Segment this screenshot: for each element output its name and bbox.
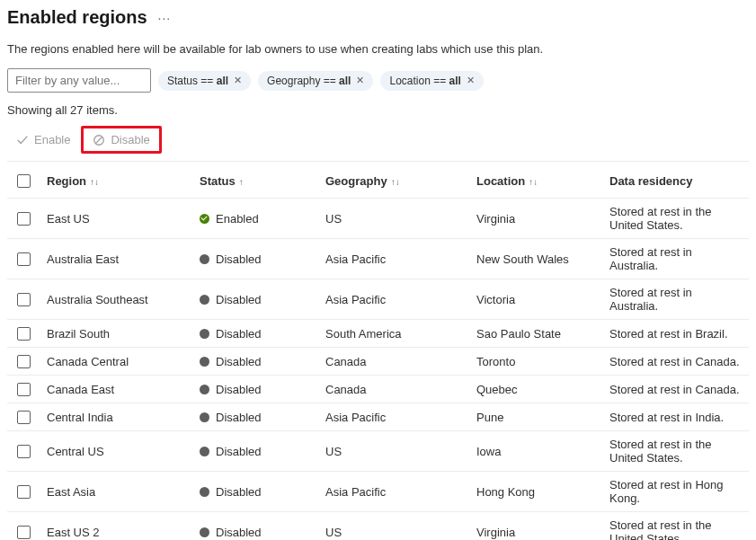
header-location[interactable]: Location↑↓ (469, 162, 602, 199)
pill-label: Status == all (167, 75, 228, 87)
sort-icon: ↑↓ (529, 177, 538, 187)
sort-up-icon: ↑ (239, 177, 244, 187)
cell-location: Sao Paulo State (469, 320, 602, 348)
disabled-icon (200, 527, 209, 537)
cell-region: Australia Southeast (40, 279, 192, 320)
filter-row: Status == all✕Geography == all✕Location … (7, 68, 749, 93)
row-checkbox[interactable] (17, 526, 31, 539)
cell-geography: US (318, 431, 469, 472)
enable-label: Enable (34, 133, 70, 146)
cell-region: East US (40, 199, 192, 239)
table-row: East US Enabled US Virginia Stored at re… (7, 199, 749, 239)
cell-geography: US (318, 512, 469, 540)
table-row: Central US Disabled US Iowa Stored at re… (7, 431, 749, 472)
disabled-icon (200, 329, 209, 339)
header-residency[interactable]: Data residency (602, 162, 749, 199)
table-row: Brazil South Disabled South America Sao … (7, 320, 749, 348)
close-icon[interactable]: ✕ (356, 75, 364, 86)
cell-status: Disabled (192, 431, 318, 472)
more-icon[interactable]: ··· (158, 11, 172, 25)
row-checkbox[interactable] (17, 383, 31, 396)
cell-location: Hong Kong (469, 472, 602, 512)
header-geography[interactable]: Geography↑↓ (318, 162, 469, 199)
row-checkbox[interactable] (17, 212, 31, 226)
table-row: Central India Disabled Asia Pacific Pune… (7, 403, 749, 431)
disable-label: Disable (111, 133, 149, 146)
filter-pill[interactable]: Status == all✕ (158, 71, 251, 91)
cell-location: Virginia (469, 199, 602, 239)
description-text: The regions enabled here will be availab… (7, 42, 749, 56)
disabled-icon (200, 357, 209, 367)
filter-pill[interactable]: Location == all✕ (380, 71, 483, 91)
cell-status: Disabled (192, 376, 318, 403)
enabled-icon (200, 214, 209, 224)
disabled-icon (200, 295, 209, 305)
cell-status: Disabled (192, 239, 318, 279)
filter-input[interactable] (7, 68, 151, 93)
cell-location: New South Wales (469, 239, 602, 279)
cell-residency: Stored at rest in the United States. (602, 199, 749, 239)
cell-geography: Asia Pacific (318, 403, 469, 431)
cell-residency: Stored at rest in Australia. (602, 279, 749, 320)
cell-status: Disabled (192, 320, 318, 348)
row-checkbox[interactable] (17, 293, 31, 306)
close-icon[interactable]: ✕ (467, 75, 475, 86)
sort-icon: ↑↓ (90, 177, 99, 187)
cell-region: Central US (40, 431, 192, 472)
select-all-checkbox[interactable] (17, 174, 31, 188)
cell-status: Disabled (192, 472, 318, 512)
cell-status: Disabled (192, 512, 318, 540)
sort-icon: ↑↓ (391, 177, 400, 187)
cell-location: Quebec (469, 376, 602, 403)
cell-region: Central India (40, 403, 192, 431)
disabled-icon (200, 412, 209, 422)
table-row: East Asia Disabled Asia Pacific Hong Kon… (7, 472, 749, 512)
disabled-icon (200, 254, 209, 264)
cell-geography: US (318, 199, 469, 239)
prohibit-icon (93, 134, 105, 146)
row-checkbox[interactable] (17, 411, 31, 424)
cell-status: Enabled (192, 199, 318, 239)
enable-button[interactable]: Enable (7, 128, 79, 151)
cell-status: Disabled (192, 279, 318, 320)
row-checkbox[interactable] (17, 327, 31, 341)
cell-residency: Stored at rest in Hong Kong. (602, 472, 749, 512)
disable-highlight: Disable (81, 126, 161, 154)
page-title: Enabled regions (7, 7, 147, 28)
items-count: Showing all 27 items. (7, 103, 749, 117)
table-row: East US 2 Disabled US Virginia Stored at… (7, 512, 749, 540)
disabled-icon (200, 447, 209, 456)
cell-geography: Asia Pacific (318, 239, 469, 279)
pill-label: Geography == all (267, 75, 351, 87)
cell-residency: Stored at rest in Canada. (602, 376, 749, 403)
row-checkbox[interactable] (17, 252, 31, 266)
cell-location: Iowa (469, 431, 602, 472)
cell-geography: South America (318, 320, 469, 348)
cell-location: Victoria (469, 279, 602, 320)
cell-geography: Canada (318, 348, 469, 376)
header-region[interactable]: Region↑↓ (40, 162, 192, 199)
row-checkbox[interactable] (17, 355, 31, 368)
close-icon[interactable]: ✕ (234, 75, 242, 86)
cell-residency: Stored at rest in the United States. (602, 512, 749, 540)
disabled-icon (200, 385, 209, 394)
cell-residency: Stored at rest in Brazil. (602, 320, 749, 348)
cell-status: Disabled (192, 348, 318, 376)
cell-residency: Stored at rest in Australia. (602, 239, 749, 279)
cell-region: Canada East (40, 376, 192, 403)
pill-label: Location == all (389, 75, 460, 87)
row-checkbox[interactable] (17, 445, 31, 458)
cell-region: Canada Central (40, 348, 192, 376)
action-row: Enable Disable (7, 126, 749, 154)
row-checkbox[interactable] (17, 485, 31, 499)
table-row: Australia Southeast Disabled Asia Pacifi… (7, 279, 749, 320)
cell-residency: Stored at rest in the United States. (602, 431, 749, 472)
header-status[interactable]: Status↑ (192, 162, 318, 199)
disable-button[interactable]: Disable (84, 128, 158, 151)
cell-region: Brazil South (40, 320, 192, 348)
cell-geography: Canada (318, 376, 469, 403)
svg-line-1 (96, 137, 102, 143)
filter-pill[interactable]: Geography == all✕ (258, 71, 373, 91)
cell-status: Disabled (192, 403, 318, 431)
disabled-icon (200, 487, 209, 497)
